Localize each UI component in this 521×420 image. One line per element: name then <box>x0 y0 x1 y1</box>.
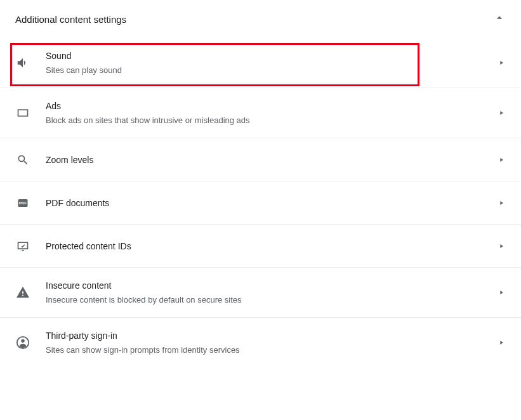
insecure-icon <box>15 285 30 300</box>
row-label: PDF documents <box>46 197 498 209</box>
row-pdf[interactable]: PDF PDF documents <box>0 181 521 225</box>
chevron-up-icon <box>493 11 506 27</box>
row-texts: Zoom levels <box>46 154 498 166</box>
row-texts: PDF documents <box>46 197 498 209</box>
row-label: Zoom levels <box>46 154 498 166</box>
arrow-right-icon <box>498 197 506 209</box>
arrow-right-icon <box>498 287 506 298</box>
row-ads[interactable]: Ads Block ads on sites that show intrusi… <box>0 88 521 138</box>
row-zoom[interactable]: Zoom levels <box>0 138 521 181</box>
sound-icon <box>15 55 30 70</box>
ads-icon <box>15 105 30 121</box>
row-texts: Insecure content Insecure content is blo… <box>46 279 498 306</box>
arrow-right-icon <box>498 107 506 119</box>
section-header[interactable]: Additional content settings <box>0 0 521 38</box>
row-label: Protected content IDs <box>46 240 498 253</box>
row-sub: Block ads on sites that show intrusive o… <box>46 115 498 126</box>
row-sub: Insecure content is blocked by default o… <box>46 294 498 306</box>
row-sub: Sites can show sign-in prompts from iden… <box>46 345 498 356</box>
arrow-right-icon <box>498 337 506 348</box>
arrow-right-icon <box>498 57 506 69</box>
section-title: Additional content settings <box>15 14 126 25</box>
pdf-icon: PDF <box>15 195 30 211</box>
row-label: Insecure content <box>46 279 498 292</box>
row-label: Sound <box>46 49 498 62</box>
row-texts: Ads Block ads on sites that show intrusi… <box>46 100 498 126</box>
row-signin[interactable]: Third-party sign-in Sites can show sign-… <box>0 318 521 367</box>
signin-icon <box>15 335 30 350</box>
row-sound[interactable]: Sound Sites can play sound <box>0 38 521 88</box>
row-label: Ads <box>46 100 498 112</box>
zoom-icon <box>15 152 30 167</box>
settings-list: Sound Sites can play sound Ads Block ads… <box>0 38 521 367</box>
row-texts: Third-party sign-in Sites can show sign-… <box>46 329 498 356</box>
row-texts: Sound Sites can play sound <box>46 49 498 76</box>
arrow-right-icon <box>498 154 506 166</box>
svg-text:PDF: PDF <box>19 201 27 205</box>
svg-point-2 <box>21 339 25 343</box>
row-label: Third-party sign-in <box>46 329 498 342</box>
row-protected[interactable]: Protected content IDs <box>0 225 521 268</box>
protected-icon <box>15 239 30 254</box>
row-insecure[interactable]: Insecure content Insecure content is blo… <box>0 268 521 318</box>
arrow-right-icon <box>498 240 506 252</box>
row-sub: Sites can play sound <box>46 65 498 76</box>
row-texts: Protected content IDs <box>46 240 498 253</box>
